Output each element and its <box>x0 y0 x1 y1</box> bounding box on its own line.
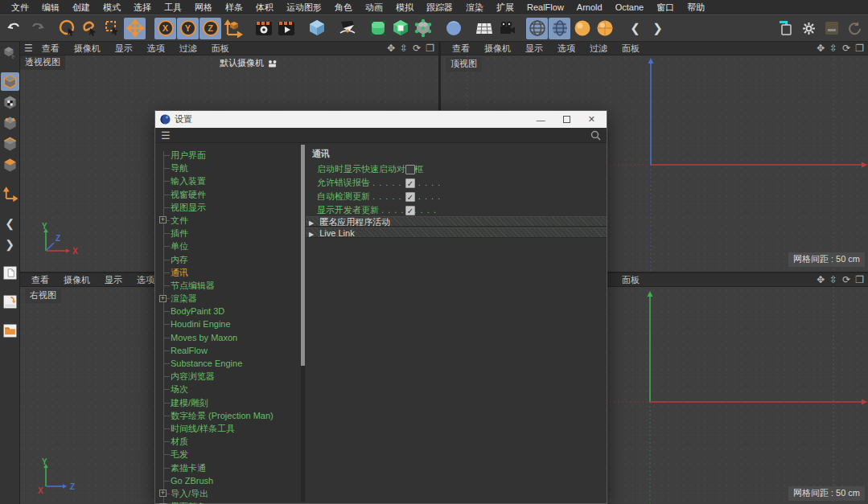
close-button[interactable]: ✕ <box>588 114 595 125</box>
enable-axis-icon[interactable] <box>1 185 19 203</box>
reload-icon[interactable] <box>843 18 865 39</box>
viewport-menu-item[interactable]: 摄像机 <box>477 43 518 55</box>
settings-tree-item[interactable]: + 界面颜色 <box>155 500 306 504</box>
settings-tree-item[interactable]: + 渲染器 <box>155 292 306 305</box>
material-icon[interactable] <box>571 18 593 39</box>
live-selection-icon[interactable] <box>56 18 78 39</box>
viewport-menu-item[interactable]: 选项 <box>140 43 172 55</box>
pan-view-icon[interactable]: ✥ <box>387 43 395 54</box>
setting-checkbox[interactable]: ✓ <box>405 165 415 174</box>
settings-tree-item[interactable]: + 视图显示 <box>155 201 306 214</box>
menu-item[interactable]: 模式 <box>97 2 127 14</box>
menu-item[interactable]: 选择 <box>127 2 158 14</box>
render-view-icon[interactable] <box>253 18 274 39</box>
axis-y-lock-icon[interactable]: Y <box>177 18 199 39</box>
settings-tree-item[interactable]: + 内存 <box>155 253 306 266</box>
settings-tree-item[interactable]: + 毛发 <box>155 448 306 461</box>
menu-item[interactable]: 渲染 <box>459 2 490 14</box>
menu-item[interactable]: 角色 <box>328 2 359 14</box>
material-shader-icon[interactable] <box>594 18 615 39</box>
pan-view-icon[interactable]: ✥ <box>817 43 825 54</box>
menu-item[interactable]: Arnold <box>570 2 609 12</box>
settings-tree-item[interactable]: + 建模/雕刻 <box>155 396 306 409</box>
spline-pen-icon[interactable] <box>336 18 358 39</box>
customize-gear-icon[interactable] <box>798 18 820 39</box>
viewport-menu-item[interactable]: 查看 <box>445 43 477 55</box>
panel-icon[interactable] <box>821 18 842 39</box>
menu-item[interactable]: 跟踪器 <box>420 2 459 14</box>
viewport-menu-item[interactable]: 选项 <box>550 43 582 55</box>
settings-tree-item[interactable]: + Substance Engine <box>155 357 306 370</box>
texture-mode-icon[interactable] <box>1 93 19 112</box>
coordinate-system-icon[interactable] <box>222 18 244 39</box>
expand-plus-icon[interactable]: + <box>159 216 167 223</box>
rotate-view-icon[interactable]: ⟳ <box>842 274 850 285</box>
menu-item[interactable]: 工具 <box>158 2 188 14</box>
maximize-button[interactable] <box>563 116 570 123</box>
viewport-menu-item[interactable]: 面板 <box>615 274 647 286</box>
setting-checkbox[interactable]: ✓ <box>405 178 415 188</box>
menu-item[interactable]: Octane <box>609 2 650 12</box>
settings-tree-item[interactable]: + Moves by Maxon <box>155 331 306 344</box>
settings-tree-item[interactable]: + 素描卡通 <box>155 461 306 474</box>
prev-page-icon[interactable]: ❮ <box>624 18 646 39</box>
model-mode-icon[interactable] <box>1 72 19 91</box>
points-mode-icon[interactable] <box>1 114 19 133</box>
setting-checkbox[interactable]: ✓ <box>405 192 415 202</box>
dolly-view-icon[interactable]: ⇳ <box>400 43 408 54</box>
file-page-icon[interactable] <box>1 264 19 282</box>
primitive-cube-icon[interactable] <box>306 18 327 39</box>
viewport-menu-item[interactable]: 摄像机 <box>56 274 97 286</box>
interface-layout-icon[interactable] <box>775 18 797 39</box>
dialog-titlebar[interactable]: 设置 — ✕ <box>155 111 607 128</box>
settings-tree-item[interactable]: + 导航 <box>155 162 306 174</box>
setting-checkbox[interactable]: ✓ <box>405 206 415 215</box>
camera-icon[interactable] <box>496 18 517 39</box>
pan-view-icon[interactable]: ✥ <box>817 274 825 285</box>
next-tool-icon[interactable]: ❯ <box>1 235 19 253</box>
settings-tree-item[interactable]: + RealFlow <box>155 344 306 357</box>
physical-sky-icon[interactable] <box>549 18 570 39</box>
environment-icon[interactable] <box>526 18 548 39</box>
viewport-menu-item[interactable]: 显示 <box>518 43 550 55</box>
polygons-mode-icon[interactable] <box>1 156 19 174</box>
expand-plus-icon[interactable]: + <box>159 295 167 302</box>
search-icon[interactable] <box>590 130 601 141</box>
settings-tree-item[interactable]: + 场次 <box>155 383 306 395</box>
rectangle-selection-icon[interactable] <box>101 18 123 39</box>
menu-item[interactable]: 体积 <box>249 2 280 14</box>
viewport-menu-item[interactable]: 面板 <box>615 43 647 55</box>
minimize-button[interactable]: — <box>537 115 545 125</box>
floor-icon[interactable] <box>473 18 495 39</box>
viewport-menu-item[interactable]: 显示 <box>108 43 140 55</box>
menu-item[interactable]: 窗口 <box>650 2 681 14</box>
render-settings-icon[interactable] <box>275 18 297 39</box>
expand-plus-icon[interactable]: + <box>159 490 167 497</box>
content-folder-icon[interactable] <box>1 322 19 340</box>
edges-mode-icon[interactable] <box>1 135 19 154</box>
viewport-menu-icon[interactable]: ☰ <box>24 43 33 54</box>
menu-item[interactable]: 样条 <box>219 2 249 14</box>
axis-x-lock-icon[interactable]: X <box>154 18 176 39</box>
settings-tree-item[interactable]: + 时间线/样条工具 <box>155 422 306 435</box>
tree-scrollbar-thumb[interactable] <box>301 145 305 366</box>
viewport-menu-item[interactable]: 过滤 <box>582 43 615 55</box>
menu-item[interactable]: 文件 <box>5 2 35 14</box>
collapsed-group-bar[interactable]: ▶ Live Link <box>306 227 607 238</box>
settings-tree-item[interactable]: + 单位 <box>155 240 306 252</box>
viewport-menu-item[interactable]: 过滤 <box>172 43 204 55</box>
move-tool-icon[interactable] <box>124 18 146 39</box>
settings-tree-item[interactable]: + 输入装置 <box>155 174 306 187</box>
rotate-view-icon[interactable]: ⟳ <box>413 43 421 54</box>
settings-tree-item[interactable]: + 节点编辑器 <box>155 279 306 292</box>
menu-item[interactable]: 网格 <box>188 2 219 14</box>
rotate-view-icon[interactable]: ⟳ <box>842 43 850 54</box>
make-editable-icon[interactable] <box>1 43 19 62</box>
viewport-menu-item[interactable]: 查看 <box>24 274 56 286</box>
settings-tree-item[interactable]: + 通讯 <box>155 266 306 279</box>
subdivision-surface-icon[interactable] <box>367 18 389 39</box>
settings-tree-item[interactable]: + 内容浏览器 <box>155 370 306 383</box>
settings-tree-item[interactable]: + 用户界面 <box>155 149 306 162</box>
viewport-menu-item[interactable]: 显示 <box>97 274 130 286</box>
maximize-view-icon[interactable]: ❐ <box>426 43 434 54</box>
